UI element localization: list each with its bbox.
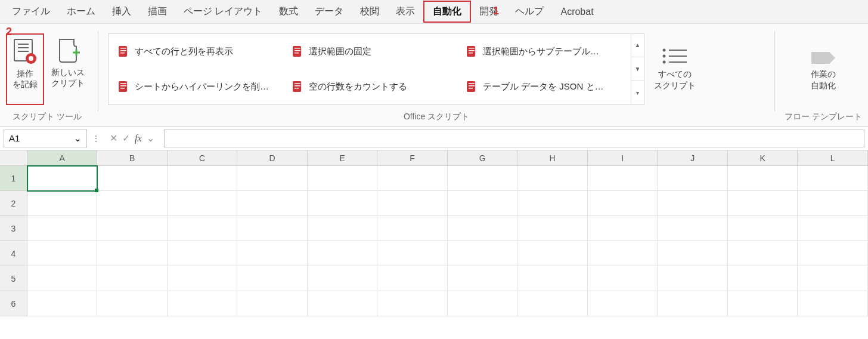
cell-H1[interactable] bbox=[517, 166, 588, 191]
gallery-scroll-down[interactable]: ▼ bbox=[631, 57, 644, 81]
cell-D4[interactable] bbox=[237, 241, 308, 266]
cell-H2[interactable] bbox=[517, 191, 588, 216]
cell-I4[interactable] bbox=[588, 241, 658, 266]
menu-挿入[interactable]: 挿入 bbox=[104, 2, 140, 21]
cell-E5[interactable] bbox=[308, 266, 378, 291]
cancel-button[interactable]: ✕ bbox=[110, 132, 117, 144]
cell-C4[interactable] bbox=[168, 241, 238, 266]
script-item-3[interactable]: シートからハイパーリンクを削… bbox=[108, 69, 283, 104]
enter-button[interactable]: ✓ bbox=[122, 132, 130, 144]
cell-I6[interactable] bbox=[588, 291, 658, 316]
cell-J5[interactable] bbox=[658, 266, 728, 291]
cell-F4[interactable] bbox=[377, 241, 448, 266]
cell-H3[interactable] bbox=[517, 216, 588, 241]
cell-A3[interactable] bbox=[27, 216, 98, 241]
script-item-5[interactable]: テーブル データを JSON と… bbox=[457, 69, 631, 104]
cell-K3[interactable] bbox=[728, 216, 798, 241]
menu-ホーム[interactable]: ホーム bbox=[58, 2, 104, 21]
menu-校閲[interactable]: 校閲 bbox=[352, 2, 388, 21]
chevron-down-icon[interactable]: ⌄ bbox=[74, 133, 82, 144]
cell-C1[interactable] bbox=[168, 166, 238, 191]
col-header-L[interactable]: L bbox=[798, 150, 868, 166]
menu-ヘルプ[interactable]: ヘルプ bbox=[507, 2, 552, 21]
new-script-button[interactable]: 新しいス クリプト bbox=[48, 33, 88, 105]
row-header-1[interactable]: 1 bbox=[0, 166, 27, 191]
cell-A4[interactable] bbox=[27, 241, 98, 266]
name-box[interactable]: A1 ⌄ bbox=[4, 130, 87, 147]
menu-描画[interactable]: 描画 bbox=[140, 2, 175, 21]
cell-A1[interactable] bbox=[27, 166, 98, 191]
fx-icon[interactable]: fx bbox=[135, 133, 142, 144]
menu-表示[interactable]: 表示 bbox=[388, 2, 423, 21]
cell-K1[interactable] bbox=[728, 166, 798, 191]
record-actions-button[interactable]: 操作 を記録 bbox=[6, 33, 44, 105]
cell-E4[interactable] bbox=[308, 241, 378, 266]
col-header-I[interactable]: I bbox=[588, 150, 658, 166]
cell-J4[interactable] bbox=[658, 241, 728, 266]
cell-K6[interactable] bbox=[728, 291, 798, 316]
cell-L2[interactable] bbox=[798, 191, 868, 216]
cell-I3[interactable] bbox=[588, 216, 658, 241]
cell-G4[interactable] bbox=[448, 241, 518, 266]
menu-ファイル[interactable]: ファイル bbox=[4, 2, 58, 21]
col-header-D[interactable]: D bbox=[237, 150, 308, 166]
script-item-4[interactable]: 空の行数をカウントする bbox=[283, 69, 457, 104]
cell-A5[interactable] bbox=[27, 266, 98, 291]
col-header-J[interactable]: J bbox=[658, 150, 728, 166]
cell-B6[interactable] bbox=[97, 291, 168, 316]
col-header-C[interactable]: C bbox=[168, 150, 238, 166]
cell-D3[interactable] bbox=[237, 216, 308, 241]
cell-I1[interactable] bbox=[588, 166, 658, 191]
cell-D1[interactable] bbox=[237, 166, 308, 191]
cell-K4[interactable] bbox=[728, 241, 798, 266]
cell-D6[interactable] bbox=[237, 291, 308, 316]
col-header-G[interactable]: G bbox=[448, 150, 518, 166]
cell-B4[interactable] bbox=[97, 241, 168, 266]
automate-work-button[interactable]: 作業の 自動化 bbox=[801, 44, 846, 94]
cell-A2[interactable] bbox=[27, 191, 98, 216]
cell-L3[interactable] bbox=[798, 216, 868, 241]
all-scripts-button[interactable]: すべての スクリプト bbox=[648, 44, 702, 94]
cell-C6[interactable] bbox=[168, 291, 238, 316]
cell-B2[interactable] bbox=[97, 191, 168, 216]
cell-E3[interactable] bbox=[308, 216, 378, 241]
cell-L6[interactable] bbox=[798, 291, 868, 316]
cell-G5[interactable] bbox=[448, 266, 518, 291]
menu-データ[interactable]: データ bbox=[306, 2, 352, 21]
menu-Acrobat[interactable]: Acrobat bbox=[552, 3, 602, 21]
cell-C5[interactable] bbox=[168, 266, 238, 291]
row-header-5[interactable]: 5 bbox=[0, 266, 27, 291]
cell-H4[interactable] bbox=[517, 241, 588, 266]
cell-D5[interactable] bbox=[237, 266, 308, 291]
cell-C2[interactable] bbox=[168, 191, 238, 216]
cell-B5[interactable] bbox=[97, 266, 168, 291]
cell-H6[interactable] bbox=[517, 291, 588, 316]
cell-F3[interactable] bbox=[377, 216, 448, 241]
gallery-scroll-up[interactable]: ▲ bbox=[631, 34, 644, 58]
cell-B3[interactable] bbox=[97, 216, 168, 241]
formula-input[interactable] bbox=[164, 130, 864, 147]
more-icon[interactable]: ⋮ bbox=[88, 134, 104, 143]
cell-F5[interactable] bbox=[377, 266, 448, 291]
row-header-2[interactable]: 2 bbox=[0, 191, 27, 216]
cell-D2[interactable] bbox=[237, 191, 308, 216]
row-header-3[interactable]: 3 bbox=[0, 216, 27, 241]
cell-I2[interactable] bbox=[588, 191, 658, 216]
cell-A6[interactable] bbox=[27, 291, 98, 316]
cell-L4[interactable] bbox=[798, 241, 868, 266]
cell-I5[interactable] bbox=[588, 266, 658, 291]
script-item-0[interactable]: すべての行と列を再表示 bbox=[108, 34, 283, 69]
col-header-H[interactable]: H bbox=[517, 150, 588, 166]
col-header-E[interactable]: E bbox=[308, 150, 378, 166]
row-header-4[interactable]: 4 bbox=[0, 241, 27, 266]
cell-J6[interactable] bbox=[658, 291, 728, 316]
menu-自動化[interactable]: 自動化 bbox=[423, 1, 471, 23]
cell-K5[interactable] bbox=[728, 266, 798, 291]
col-header-B[interactable]: B bbox=[97, 150, 168, 166]
cell-E1[interactable] bbox=[308, 166, 378, 191]
cell-G3[interactable] bbox=[448, 216, 518, 241]
cell-E6[interactable] bbox=[308, 291, 378, 316]
script-item-1[interactable]: 選択範囲の固定 bbox=[283, 34, 457, 69]
menu-開発[interactable]: 開発 bbox=[471, 2, 507, 21]
fx-dropdown[interactable]: ⌄ bbox=[147, 132, 154, 144]
